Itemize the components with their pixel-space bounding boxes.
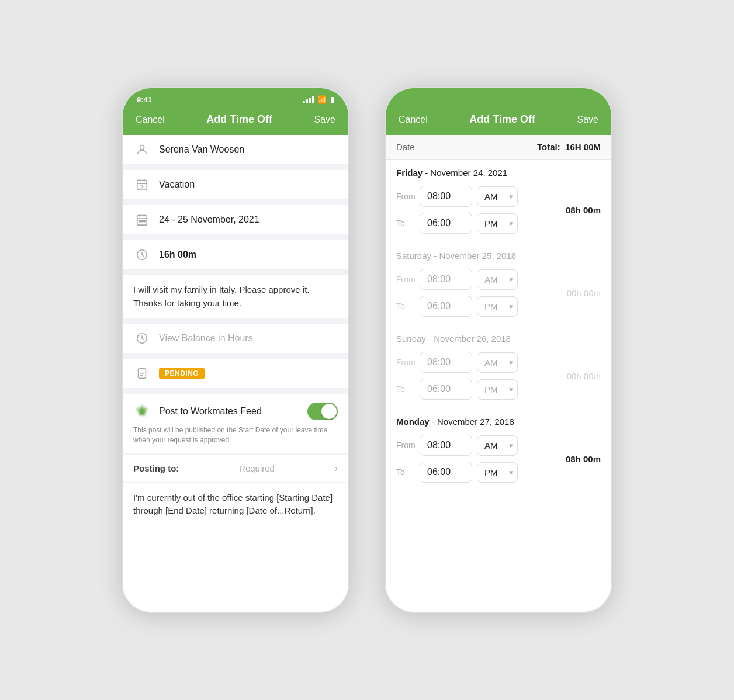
from-label-0: From	[396, 192, 420, 201]
from-time-input-2[interactable]: 08:00	[420, 352, 472, 373]
day-title-0: Friday - November 24, 2021	[396, 168, 601, 178]
svg-rect-1	[137, 181, 147, 190]
note-text[interactable]: I will visit my family in Italy. Please …	[133, 283, 338, 310]
save-button-1[interactable]: Save	[314, 115, 335, 125]
person-icon	[133, 143, 151, 156]
duration-row: 16h 00m	[123, 240, 348, 269]
to-ampm-select-2[interactable]: AM PM	[477, 379, 518, 400]
time-inputs-1: From 08:00 AM PM ▾ To 06:00	[396, 269, 560, 317]
date-range: 24 - 25 November, 2021	[159, 214, 259, 225]
auto-reply-text[interactable]: I'm curerntly out of the office starting…	[133, 491, 338, 518]
to-ampm-select-0[interactable]: AM PM	[477, 213, 518, 234]
day-title-3: Monday - November 27, 2018	[396, 417, 601, 427]
from-ampm-select-2[interactable]: AM PM	[477, 352, 518, 373]
phone-1: 9:41 📶 ▮ Cancel Add Time Off Save	[122, 87, 349, 613]
signal-icon	[303, 96, 314, 103]
day-date-1: - November 25, 2018	[434, 251, 516, 261]
phone-header-2: Cancel Add Time Off Save	[386, 108, 611, 135]
date-header: Date Total: 16H 00M	[386, 135, 611, 160]
to-row-1: To 06:00 AM PM ▾	[396, 296, 560, 317]
date-row[interactable]: 24 - 25 November, 2021	[123, 205, 348, 234]
day-title-1: Saturday - November 25, 2018	[396, 251, 601, 261]
person-row[interactable]: Serena Van Woosen	[123, 135, 348, 164]
day-section-0: Friday - November 24, 2021 From 08:00 AM…	[386, 160, 611, 242]
toggle-section: Post to Workmates Feed This post will be…	[123, 394, 348, 453]
to-ampm-wrapper-1: AM PM ▾	[477, 296, 518, 317]
calendar-icon	[133, 213, 151, 226]
balance-section[interactable]: View Balance in Hours	[123, 324, 348, 353]
toggle-row: Post to Workmates Feed	[133, 402, 338, 421]
phone-notch	[198, 88, 273, 103]
clock-icon	[133, 248, 151, 261]
from-ampm-select-1[interactable]: AM PM	[477, 269, 518, 290]
wifi-icon: 📶	[317, 95, 327, 104]
phone-header-1: Cancel Add Time Off Save	[123, 108, 348, 135]
day-name-0: Friday	[396, 168, 423, 178]
svg-rect-3	[139, 220, 141, 222]
cancel-button-2[interactable]: Cancel	[399, 115, 428, 125]
days-container: Friday - November 24, 2021 From 08:00 AM…	[386, 160, 611, 491]
day-duration-0: 08h 00m	[560, 205, 601, 215]
status-clipboard-icon	[133, 367, 151, 380]
total-value: 16H 00M	[565, 142, 601, 152]
pending-badge: PENDING	[159, 368, 205, 379]
day-date-2: - November 26, 2018	[428, 334, 511, 344]
from-label-2: From	[396, 358, 420, 367]
day-section-2: Sunday - November 26, 2018 From 08:00 AM…	[386, 325, 611, 408]
type-section: Vacation	[123, 170, 348, 199]
save-button-2[interactable]: Save	[577, 115, 598, 125]
duration-section: 16h 00m	[123, 240, 348, 269]
posting-row[interactable]: Posting to: Required ›	[123, 455, 348, 482]
from-label-1: From	[396, 275, 420, 284]
to-row-3: To 06:00 AM PM ▾	[396, 462, 560, 483]
day-duration-1: 00h 00m	[560, 288, 601, 298]
from-row-0: From 08:00 AM PM ▾	[396, 186, 560, 207]
from-time-input-0[interactable]: 08:00	[420, 186, 472, 207]
day-duration-3: 08h 00m	[560, 454, 601, 464]
chevron-right-icon: ›	[335, 463, 338, 474]
to-ampm-wrapper-2: AM PM ▾	[477, 379, 518, 400]
to-time-input-2[interactable]: 06:00	[420, 379, 472, 400]
date-section: 24 - 25 November, 2021	[123, 205, 348, 234]
day-name-1: Saturday	[396, 251, 431, 261]
from-time-input-1[interactable]: 08:00	[420, 269, 472, 290]
day-name-2: Sunday	[396, 334, 426, 344]
toggle-switch[interactable]	[307, 403, 338, 420]
from-ampm-select-0[interactable]: AM PM	[477, 186, 518, 207]
to-ampm-select-1[interactable]: AM PM	[477, 296, 518, 317]
date-column-label: Date	[396, 142, 415, 152]
from-time-input-3[interactable]: 08:00	[420, 435, 472, 456]
phone-2: 9:41 Cancel Add Time Off Save Date Total…	[385, 87, 612, 613]
status-section: PENDING	[123, 359, 348, 388]
from-ampm-select-3[interactable]: AM PM	[477, 435, 518, 456]
cancel-button-1[interactable]: Cancel	[136, 115, 165, 125]
svg-point-0	[140, 145, 144, 150]
posting-label: Posting to:	[133, 463, 179, 473]
to-label-2: To	[396, 384, 420, 394]
vacation-icon	[133, 178, 151, 191]
toggle-label: Post to Workmates Feed	[159, 406, 262, 417]
to-time-input-0[interactable]: 06:00	[420, 213, 472, 234]
from-row-1: From 08:00 AM PM ▾	[396, 269, 560, 290]
from-ampm-wrapper-3: AM PM ▾	[477, 435, 518, 456]
to-label-1: To	[396, 302, 420, 311]
person-name: Serena Van Woosen	[159, 144, 244, 155]
from-row-3: From 08:00 AM PM ▾	[396, 435, 560, 456]
svg-rect-4	[141, 220, 143, 222]
to-time-input-3[interactable]: 06:00	[420, 462, 472, 483]
toggle-description: This post will be published on the Start…	[133, 425, 338, 445]
note-section: I will visit my family in Italy. Please …	[123, 275, 348, 318]
day-name-3: Monday	[396, 417, 430, 427]
from-row-2: From 08:00 AM PM ▾	[396, 352, 560, 373]
person-section: Serena Van Woosen	[123, 135, 348, 164]
status-time-1: 9:41	[137, 95, 152, 104]
day-duration-2: 00h 00m	[560, 371, 601, 381]
from-ampm-wrapper-0: AM PM ▾	[477, 186, 518, 207]
day-section-3: Monday - November 27, 2018 From 08:00 AM…	[386, 408, 611, 491]
time-inputs-3: From 08:00 AM PM ▾ To 06:00	[396, 435, 560, 483]
type-row[interactable]: Vacation	[123, 170, 348, 199]
time-inputs-0: From 08:00 AM PM ▾ To 06:00	[396, 186, 560, 234]
phone-body-1: Serena Van Woosen Vacation	[123, 135, 348, 526]
to-ampm-select-3[interactable]: AM PM	[477, 462, 518, 483]
to-time-input-1[interactable]: 06:00	[420, 296, 472, 317]
